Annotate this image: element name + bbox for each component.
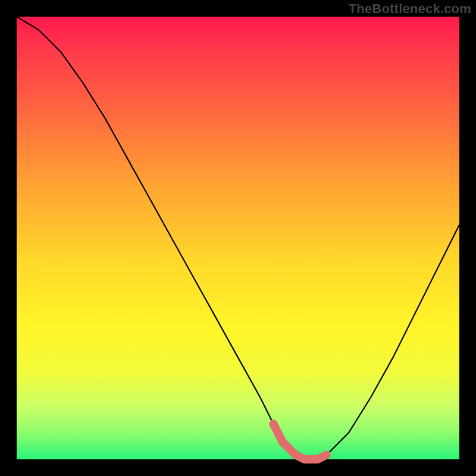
- optimal-range-highlight: [274, 424, 327, 460]
- chart-container: TheBottleneck.com: [0, 0, 476, 476]
- bottleneck-curve: [17, 17, 459, 459]
- chart-svg: [17, 17, 459, 459]
- watermark-text: TheBottleneck.com: [349, 1, 471, 17]
- optimal-range-marker: [270, 420, 278, 428]
